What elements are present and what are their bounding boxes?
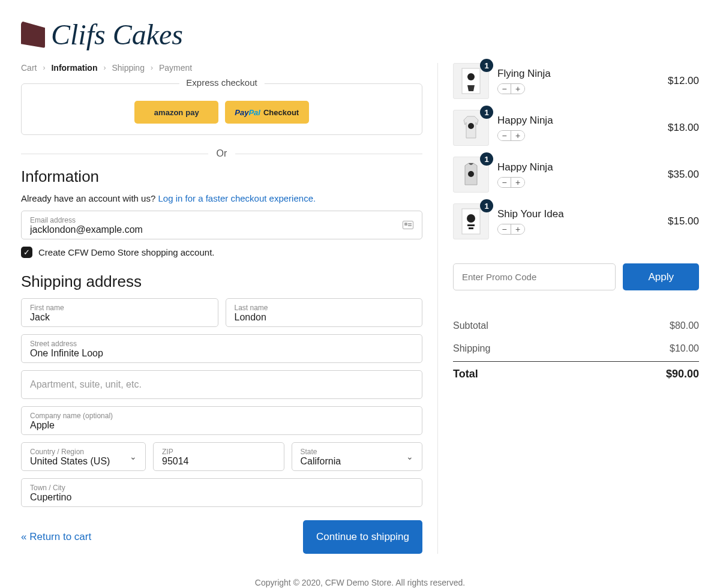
product-name: Happy Ninja <box>497 161 659 173</box>
quantity-control: − + <box>497 224 525 235</box>
svg-point-1 <box>467 73 475 80</box>
country-field[interactable]: Country / Region United States (US) ⌄ <box>21 442 146 471</box>
company-field[interactable]: Company name (optional) <box>21 406 422 435</box>
quantity-badge: 1 <box>480 152 493 166</box>
decrease-quantity-button[interactable]: − <box>498 84 511 94</box>
login-link[interactable]: Log in for a faster checkout experience. <box>158 193 316 203</box>
product-thumbnail: 1 <box>453 63 489 99</box>
decrease-quantity-button[interactable]: − <box>498 131 511 140</box>
express-checkout-box: Express checkout amazonpay PayPalCheckou… <box>21 83 422 135</box>
quantity-badge: 1 <box>480 199 493 212</box>
breadcrumb-cart[interactable]: Cart <box>21 63 37 73</box>
city-input[interactable] <box>30 492 413 503</box>
contact-card-icon <box>403 221 413 229</box>
street-address-field[interactable]: Street address <box>21 334 422 363</box>
return-to-cart-link[interactable]: « Return to cart <box>21 531 91 543</box>
state-label: State <box>301 448 414 456</box>
zip-label: ZIP <box>162 448 275 456</box>
email-field[interactable]: Email address <box>21 211 422 239</box>
create-account-label: Create CFW Demo Store shopping account. <box>38 247 214 257</box>
svg-point-5 <box>467 214 475 223</box>
quantity-control: − + <box>497 177 525 188</box>
first-name-label: First name <box>30 304 209 312</box>
last-name-field[interactable]: Last name <box>226 298 423 327</box>
express-legend: Express checkout <box>179 77 264 88</box>
continue-to-shipping-button[interactable]: Continue to shipping <box>303 520 422 554</box>
product-name: Flying Ninja <box>497 68 659 80</box>
increase-quantity-button[interactable]: + <box>511 131 524 140</box>
product-name: Ship Your Idea <box>497 208 659 220</box>
shipping-row: Shipping $10.00 <box>453 337 699 360</box>
company-input[interactable] <box>30 420 413 431</box>
shipping-cost-label: Shipping <box>453 343 490 354</box>
promo-code-input[interactable] <box>453 263 616 290</box>
subtotal-value: $80.00 <box>670 320 699 331</box>
chevron-right-icon: › <box>43 64 45 72</box>
first-name-field[interactable]: First name <box>21 298 218 327</box>
copyright: Copyright © 2020, CFW Demo Store. All ri… <box>21 578 699 587</box>
apply-promo-button[interactable]: Apply <box>623 263 699 290</box>
product-thumbnail: 1 <box>453 157 489 193</box>
country-label: Country / Region <box>30 448 137 456</box>
breadcrumb-shipping[interactable]: Shipping <box>112 63 145 73</box>
total-row: Total $90.00 <box>453 361 699 386</box>
state-value: California <box>301 456 414 467</box>
apartment-field[interactable] <box>21 370 422 399</box>
product-price: $15.00 <box>668 215 699 227</box>
breadcrumb: Cart › Information › Shipping › Payment <box>21 63 422 73</box>
brand-name: Clifs Cakes <box>51 18 183 51</box>
svg-rect-7 <box>469 227 473 229</box>
zip-field[interactable]: ZIP <box>153 442 284 471</box>
subtotal-row: Subtotal $80.00 <box>453 314 699 337</box>
shipping-address-heading: Shipping address <box>21 272 422 291</box>
increase-quantity-button[interactable]: + <box>511 178 524 187</box>
create-account-row[interactable]: ✓ Create CFW Demo Store shopping account… <box>21 247 422 258</box>
create-account-checkbox[interactable]: ✓ <box>21 247 32 258</box>
cart-item: 1 Happy Ninja − + $18.00 <box>453 110 699 146</box>
login-prompt-text: Already have an account with us? <box>21 193 158 203</box>
quantity-badge: 1 <box>480 59 493 72</box>
chevron-right-icon: › <box>103 64 106 72</box>
first-name-input[interactable] <box>30 312 209 323</box>
state-field[interactable]: State California ⌄ <box>292 442 423 471</box>
zip-input[interactable] <box>162 456 275 467</box>
increase-quantity-button[interactable]: + <box>511 84 524 94</box>
product-thumbnail: 1 <box>453 110 489 146</box>
city-field[interactable]: Town / City <box>21 478 422 507</box>
chevron-right-icon: › <box>151 64 153 72</box>
product-price: $35.00 <box>668 169 699 181</box>
svg-point-2 <box>468 123 474 129</box>
country-value: United States (US) <box>30 456 137 467</box>
amazon-pay-button[interactable]: amazonpay <box>134 101 218 124</box>
shipping-cost-value: $10.00 <box>670 343 699 354</box>
email-label: Email address <box>30 216 413 224</box>
decrease-quantity-button[interactable]: − <box>498 224 511 234</box>
street-label: Street address <box>30 340 413 348</box>
increase-quantity-button[interactable]: + <box>511 224 524 234</box>
apartment-input[interactable] <box>30 379 413 390</box>
breadcrumb-payment[interactable]: Payment <box>159 63 192 73</box>
quantity-control: − + <box>497 130 525 141</box>
site-header: Clifs Cakes <box>21 18 699 51</box>
login-prompt: Already have an account with us? Log in … <box>21 193 422 203</box>
logo-icon <box>21 21 45 48</box>
product-price: $12.00 <box>668 75 699 87</box>
email-input[interactable] <box>30 224 413 235</box>
last-name-input[interactable] <box>235 312 414 323</box>
cart-item: 1 Happy Ninja − + $35.00 <box>453 157 699 193</box>
cart-item: 1 Flying Ninja − + $12.00 <box>453 63 699 99</box>
product-thumbnail: 1 <box>453 203 489 239</box>
information-heading: Information <box>21 167 422 186</box>
or-text: Or <box>217 148 227 159</box>
svg-rect-6 <box>467 224 475 226</box>
subtotal-label: Subtotal <box>453 320 488 331</box>
paypal-checkout-button[interactable]: PayPalCheckout <box>225 101 309 124</box>
cart-item: 1 Ship Your Idea − + $15.00 <box>453 203 699 239</box>
company-label: Company name (optional) <box>30 412 413 420</box>
product-price: $18.00 <box>668 122 699 134</box>
total-label: Total <box>453 368 478 380</box>
breadcrumb-information[interactable]: Information <box>51 63 97 73</box>
city-label: Town / City <box>30 484 413 492</box>
street-input[interactable] <box>30 348 413 359</box>
decrease-quantity-button[interactable]: − <box>498 178 511 187</box>
